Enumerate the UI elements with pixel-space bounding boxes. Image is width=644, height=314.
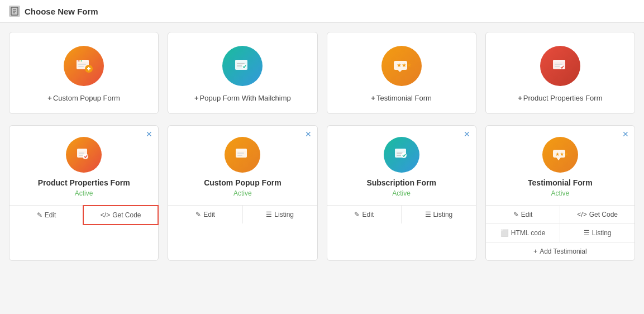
- new-form-card-product-properties[interactable]: +Product Properties Form: [485, 32, 635, 114]
- existing-card-testimonial: ✕ ★★★ Testimonial Form Active ✎ Edit </>: [485, 125, 635, 261]
- list-icon: ☰: [266, 211, 272, 218]
- card-icon: [64, 46, 104, 86]
- form-status: Active: [392, 189, 411, 197]
- pencil-icon: ✎: [195, 211, 201, 218]
- card-body: Product Properties Form Active: [9, 126, 158, 205]
- svg-text:★★★: ★★★: [397, 62, 412, 68]
- svg-rect-15: [235, 60, 247, 62]
- svg-point-31: [83, 154, 88, 159]
- card-body: Subscription Form Active: [327, 126, 476, 205]
- header-icon: [9, 6, 20, 17]
- form-status: Active: [75, 189, 93, 197]
- action-row: ✎ Edit </> Get Code: [9, 206, 158, 225]
- form-status: Active: [551, 189, 570, 197]
- new-form-card-testimonial[interactable]: ★★★ +Testimonial Form: [327, 32, 476, 114]
- edit-button[interactable]: ✎ Edit: [168, 206, 242, 223]
- existing-card-custom-popup: ✕ Custom Popup Form Active ✎ Edit: [168, 125, 317, 261]
- svg-rect-30: [79, 155, 83, 156]
- card-body: Custom Popup Form Active: [168, 126, 317, 205]
- svg-rect-23: [553, 60, 565, 62]
- svg-rect-17: [237, 65, 242, 66]
- listing-button[interactable]: ☰ Listing: [242, 206, 317, 223]
- form-name: Testimonial Form: [528, 178, 593, 187]
- svg-rect-35: [237, 155, 242, 156]
- listing-button[interactable]: ☰ Listing: [560, 224, 635, 242]
- page-header: Choose New Form: [0, 0, 644, 23]
- html-code-button[interactable]: ⬜ HTML code: [486, 224, 560, 242]
- svg-rect-16: [237, 63, 245, 64]
- form-icon: [225, 137, 260, 173]
- svg-rect-25: [555, 66, 560, 67]
- form-icon: ★★★: [542, 137, 578, 173]
- form-name: Product Properties Form: [38, 178, 130, 187]
- svg-rect-34: [237, 153, 244, 154]
- card-label: +Custom Popup Form: [47, 94, 120, 102]
- code-icon: </>: [101, 211, 110, 219]
- add-testimonial-button[interactable]: + Add Testimonial: [486, 242, 635, 260]
- card-label: +Testimonial Form: [371, 94, 432, 102]
- close-button[interactable]: ✕: [622, 130, 629, 138]
- html-icon: ⬜: [500, 229, 509, 237]
- svg-rect-38: [395, 149, 406, 151]
- form-name: Custom Popup Form: [204, 178, 281, 187]
- pencil-icon: ✎: [513, 211, 519, 218]
- page-title: Choose New Form: [25, 7, 98, 16]
- card-icon: ★★★: [381, 46, 422, 86]
- svg-rect-33: [236, 149, 247, 151]
- action-row-2: ⬜ HTML code ☰ Listing: [486, 223, 635, 242]
- existing-forms-row: ✕ Product Properties Form Active ✎ Edit: [9, 125, 635, 261]
- new-form-card-custom-popup[interactable]: +Custom Popup Form: [9, 32, 159, 114]
- close-button[interactable]: ✕: [305, 130, 312, 138]
- get-code-button[interactable]: </> Get Code: [83, 205, 159, 225]
- list-icon: ☰: [584, 229, 590, 237]
- close-button[interactable]: ✕: [146, 130, 152, 138]
- pencil-icon: ✎: [37, 211, 42, 219]
- svg-rect-9: [78, 64, 86, 65]
- pencil-icon: ✎: [354, 211, 360, 218]
- card-actions: ✎ Edit ☰ Listing: [327, 205, 476, 223]
- svg-rect-10: [78, 66, 84, 67]
- plus-icon: +: [533, 248, 537, 255]
- action-row: ✎ Edit ☰ Listing: [327, 206, 476, 223]
- card-icon: [540, 46, 580, 86]
- existing-card-product-properties: ✕ Product Properties Form Active ✎ Edit: [9, 125, 159, 261]
- svg-point-7: [79, 60, 80, 61]
- svg-rect-40: [397, 155, 402, 156]
- card-actions: ✎ Edit </> Get Code: [9, 205, 158, 225]
- action-row: ✎ Edit ☰ Listing: [168, 206, 317, 223]
- svg-rect-24: [555, 64, 562, 65]
- form-icon: [384, 137, 419, 173]
- svg-point-41: [401, 153, 407, 158]
- action-row-1: ✎ Edit </> Get Code: [486, 206, 635, 223]
- card-icon: [222, 46, 263, 86]
- list-icon: ☰: [425, 211, 431, 218]
- get-code-button[interactable]: </> Get Code: [560, 206, 635, 223]
- edit-button[interactable]: ✎ Edit: [327, 206, 402, 223]
- svg-point-8: [81, 60, 82, 61]
- svg-rect-29: [79, 153, 84, 154]
- form-status: Active: [233, 189, 252, 197]
- edit-button[interactable]: ✎ Edit: [486, 206, 560, 223]
- card-actions: ✎ Edit </> Get Code ⬜ HTML code ☰ Listin…: [486, 205, 635, 260]
- listing-button[interactable]: ☰ Listing: [401, 206, 476, 223]
- card-body: ★★★ Testimonial Form Active: [486, 126, 635, 205]
- card-actions: ✎ Edit ☰ Listing: [168, 205, 317, 223]
- close-button[interactable]: ✕: [464, 130, 470, 138]
- svg-marker-20: [398, 70, 402, 72]
- form-name: Subscription Form: [366, 178, 436, 187]
- card-label: +Product Properties Form: [518, 94, 602, 102]
- new-form-card-popup-mailchimp[interactable]: +Popup Form With Mailchimp: [168, 32, 317, 114]
- card-label: +Popup Form With Mailchimp: [194, 94, 291, 102]
- edit-button[interactable]: ✎ Edit: [9, 206, 83, 225]
- svg-text:★★★: ★★★: [555, 151, 569, 157]
- code-icon: </>: [577, 211, 586, 218]
- form-icon: [66, 137, 102, 173]
- svg-marker-43: [556, 158, 561, 160]
- svg-rect-28: [77, 149, 87, 151]
- existing-card-subscription: ✕ Subscription Form Active ✎ Edit: [327, 125, 476, 261]
- new-forms-row: +Custom Popup Form +Popup Form With Mail…: [9, 32, 635, 114]
- svg-point-6: [78, 60, 79, 61]
